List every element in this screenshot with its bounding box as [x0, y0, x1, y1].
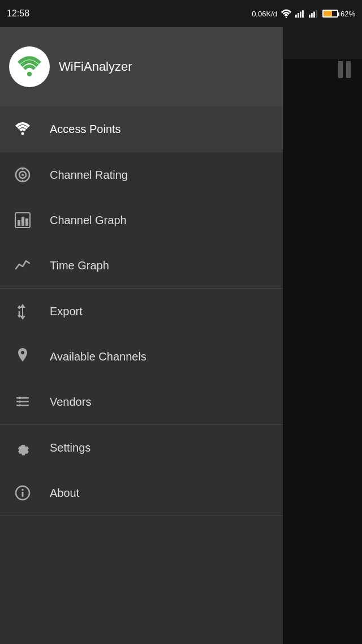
menu-item-about[interactable]: About	[0, 470, 283, 516]
svg-point-0	[286, 16, 287, 18]
menu-item-export[interactable]: Export	[0, 289, 283, 334]
svg-rect-19	[25, 218, 28, 226]
data-rate: 0,06K/d	[252, 10, 277, 18]
app-icon	[9, 46, 50, 87]
drawer-header: WiFiAnalyzer	[0, 27, 283, 106]
menu-list: Access Points Channel Rating	[0, 106, 283, 644]
svg-rect-25	[16, 401, 29, 403]
svg-rect-3	[300, 11, 301, 18]
svg-point-9	[27, 72, 32, 76]
svg-point-13	[21, 174, 24, 176]
svg-rect-4	[302, 10, 304, 18]
time-graph-icon	[14, 256, 32, 274]
menu-section-config: Settings About	[0, 425, 283, 516]
menu-item-vendors[interactable]: Vendors	[0, 379, 283, 424]
svg-point-32	[21, 489, 24, 491]
svg-rect-1	[295, 15, 297, 18]
channel-graph-icon	[14, 211, 32, 229]
app-title: WiFiAnalyzer	[59, 59, 132, 74]
svg-rect-17	[18, 220, 20, 226]
export-icon	[14, 302, 32, 320]
svg-point-27	[19, 397, 21, 399]
svg-rect-6	[311, 13, 313, 18]
vendors-icon	[14, 393, 32, 411]
channel-rating-icon	[14, 166, 32, 184]
menu-section-graphs: Channel Rating Channel Graph	[0, 152, 283, 289]
svg-point-29	[19, 404, 21, 406]
status-bar: 12:58 0,06K/d	[0, 0, 362, 27]
available-channels-label: Available Channels	[50, 350, 146, 363]
svg-rect-7	[313, 11, 315, 18]
svg-rect-26	[16, 405, 29, 406]
menu-item-access-points[interactable]: Access Points	[0, 106, 283, 152]
svg-rect-2	[298, 13, 299, 18]
navigation-drawer: WiFiAnalyzer Access Points	[0, 0, 283, 644]
signal-icon-1	[295, 9, 305, 18]
available-channels-icon	[14, 347, 32, 366]
settings-label: Settings	[50, 441, 90, 454]
status-time: 12:58	[7, 8, 29, 19]
about-label: About	[50, 487, 79, 500]
menu-item-time-graph[interactable]: Time Graph	[0, 243, 283, 288]
signal-icon-2	[309, 9, 319, 18]
svg-rect-5	[309, 15, 311, 18]
wifi-status-icon	[281, 9, 292, 18]
svg-rect-31	[22, 492, 24, 497]
menu-item-available-channels[interactable]: Available Channels	[0, 334, 283, 379]
battery-indicator: 62%	[322, 10, 355, 18]
menu-section-main: Access Points	[0, 106, 283, 152]
channel-graph-label: Channel Graph	[50, 214, 127, 227]
menu-item-settings[interactable]: Settings	[0, 425, 283, 470]
about-info-icon	[14, 484, 32, 502]
menu-item-channel-rating[interactable]: Channel Rating	[0, 152, 283, 198]
svg-rect-24	[16, 397, 29, 399]
svg-rect-18	[21, 217, 24, 226]
access-points-label: Access Points	[50, 123, 121, 136]
menu-item-channel-graph[interactable]: Channel Graph	[0, 198, 283, 243]
channel-rating-label: Channel Rating	[50, 169, 128, 182]
time-graph-label: Time Graph	[50, 259, 109, 272]
status-right-icons: 0,06K/d	[252, 9, 355, 18]
svg-point-10	[21, 132, 24, 135]
battery-percent: 62%	[341, 10, 355, 18]
vendors-label: Vendors	[50, 396, 91, 409]
settings-gear-icon	[14, 439, 32, 457]
menu-section-tools: Export Available Channels	[0, 289, 283, 425]
svg-rect-8	[316, 10, 317, 18]
wifi-menu-icon	[14, 120, 32, 138]
svg-marker-22	[18, 305, 21, 308]
svg-point-28	[19, 401, 21, 403]
export-label: Export	[50, 305, 83, 318]
